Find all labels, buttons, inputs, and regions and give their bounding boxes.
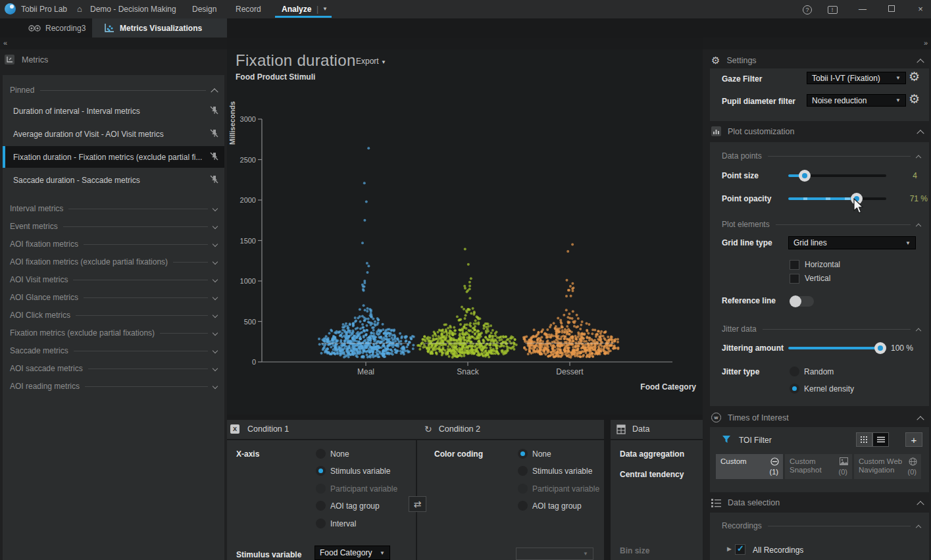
point-size-slider-handle[interactable] bbox=[799, 170, 811, 182]
jitter-data-subheader[interactable]: Jitter data bbox=[722, 324, 920, 334]
tab-recording3[interactable]: Recording3 bbox=[0, 18, 92, 38]
radio-random[interactable]: Random bbox=[790, 367, 834, 376]
pupil-filter-gear-icon[interactable]: ⚙ bbox=[909, 91, 920, 107]
condition1-header: X Condition 1 bbox=[230, 420, 415, 438]
pinned-section-header[interactable]: Pinned bbox=[10, 86, 217, 95]
stimulus-variable-dropdown[interactable]: Food Category▼ bbox=[315, 546, 390, 560]
section-aoi-glance-metrics[interactable]: AOI Glance metrics bbox=[10, 293, 217, 302]
times-of-interest-header[interactable]: w Times of Interest bbox=[711, 413, 923, 422]
reference-line-toggle[interactable] bbox=[790, 296, 814, 307]
radio-aoi-tag-group[interactable]: AOI tag group bbox=[518, 501, 582, 511]
data-selection-header[interactable]: Data selection bbox=[711, 498, 923, 507]
tab-metrics-visualizations[interactable]: Metrics Visualizations bbox=[92, 18, 227, 38]
chevron-up-icon bbox=[211, 88, 218, 95]
svg-text:2500: 2500 bbox=[240, 156, 256, 164]
section-aoi-fixation-metrics-excl[interactable]: AOI fixation metrics (exclude partial fi… bbox=[10, 257, 217, 267]
radio-interval[interactable]: Interval bbox=[316, 519, 356, 528]
data-aggregation-label[interactable]: Data aggregation bbox=[620, 449, 684, 459]
feedback-icon[interactable]: ! bbox=[826, 0, 838, 18]
menu-design[interactable]: Design bbox=[192, 0, 216, 18]
toi-card-custom-web-navigation[interactable]: Custom Web Navigation (0) bbox=[854, 454, 921, 479]
grid-view-button[interactable] bbox=[856, 432, 872, 447]
metric-item[interactable]: Saccade duration - Saccade metrics bbox=[3, 169, 224, 191]
unpin-icon[interactable] bbox=[209, 105, 219, 117]
chevron-up-icon bbox=[916, 328, 921, 334]
radio-aoi-tag-group[interactable]: AOI tag group bbox=[316, 501, 380, 511]
jitter-type-label: Jitter type bbox=[722, 367, 759, 376]
point-size-label: Point size bbox=[722, 171, 759, 180]
jittering-amount-value: 100 % bbox=[868, 344, 913, 353]
metric-item[interactable]: Duration of interval - Interval metrics bbox=[3, 100, 224, 122]
chevron-up-icon bbox=[917, 59, 924, 66]
radio-none[interactable]: None bbox=[518, 449, 551, 459]
swap-conditions-button[interactable]: ⇄ bbox=[409, 496, 426, 512]
settings-header[interactable]: ⚙ Settings bbox=[711, 55, 923, 66]
all-recordings-checkbox[interactable]: ✓ bbox=[735, 544, 745, 555]
section-fixation-metrics-excl[interactable]: Fixation metrics (exclude partial fixati… bbox=[10, 328, 217, 338]
svg-text:Food Category: Food Category bbox=[640, 382, 696, 392]
gaze-filter-gear-icon[interactable]: ⚙ bbox=[909, 69, 920, 84]
collapse-left-icon[interactable]: « bbox=[3, 39, 7, 47]
beeswarm-plot[interactable]: 050010001500200025003000MillisecondsMeal… bbox=[227, 49, 703, 415]
pupil-filter-dropdown[interactable]: Noise reduction▼ bbox=[807, 94, 906, 107]
x-axis-icon: X bbox=[230, 424, 239, 434]
unpin-icon[interactable] bbox=[209, 174, 219, 186]
plot-customization-header[interactable]: Plot customization bbox=[711, 126, 923, 136]
gear-icon: ⚙ bbox=[711, 55, 720, 66]
add-toi-button[interactable]: + bbox=[905, 432, 922, 447]
section-aoi-reading-metrics[interactable]: AOI reading metrics bbox=[10, 382, 217, 391]
help-icon[interactable]: ? bbox=[801, 0, 813, 18]
project-name[interactable]: Demo - Decision Making bbox=[90, 0, 176, 18]
close-button[interactable]: × bbox=[915, 0, 926, 18]
list-view-button[interactable] bbox=[872, 432, 889, 447]
vertical-checkbox[interactable] bbox=[790, 274, 799, 284]
toi-card-custom-snapshot[interactable]: Custom Snapshot (0) bbox=[785, 454, 852, 479]
section-aoi-fixation-metrics[interactable]: AOI fixation metrics bbox=[10, 240, 217, 249]
data-header: Data bbox=[616, 420, 699, 438]
collapse-right-icon[interactable]: » bbox=[924, 39, 928, 47]
toi-card-custom[interactable]: Custom (1) bbox=[716, 454, 783, 479]
home-icon[interactable]: ⌂ bbox=[77, 0, 82, 18]
maximize-button[interactable] bbox=[886, 0, 897, 18]
vertical-label: Vertical bbox=[805, 274, 830, 283]
radio-stimulus-variable[interactable]: Stimulus variable bbox=[518, 466, 592, 476]
chevron-down-icon bbox=[213, 242, 218, 247]
toi-icon: w bbox=[711, 413, 721, 422]
color-coding-icon: ↻ bbox=[424, 424, 432, 434]
metric-item-selected[interactable]: Fixation duration - Fixation metrics (ex… bbox=[3, 146, 224, 168]
recordings-subheader[interactable]: Recordings bbox=[722, 521, 920, 530]
section-saccade-metrics[interactable]: Saccade metrics bbox=[10, 346, 217, 355]
chevron-up-icon bbox=[916, 224, 921, 229]
metrics-header[interactable]: Metrics bbox=[5, 55, 222, 64]
reference-line-label: Reference line bbox=[722, 296, 776, 305]
unpin-icon[interactable] bbox=[209, 128, 219, 140]
plot-customization-panel: Data points Point size 4 Point opacity 7… bbox=[710, 142, 929, 406]
section-aoi-click-metrics[interactable]: AOI Click metrics bbox=[10, 311, 217, 320]
section-aoi-visit-metrics[interactable]: AOI Visit metrics bbox=[10, 275, 217, 284]
gaze-filter-dropdown[interactable]: Tobii I-VT (Fixation)▼ bbox=[807, 72, 906, 84]
bar-chart-icon bbox=[711, 126, 721, 136]
data-points-subheader[interactable]: Data points bbox=[722, 151, 920, 161]
minimize-button[interactable]: — bbox=[857, 0, 868, 18]
central-tendency-label[interactable]: Central tendency bbox=[620, 470, 684, 479]
chevron-up-icon bbox=[916, 155, 921, 161]
menu-record[interactable]: Record bbox=[236, 0, 261, 18]
section-interval-metrics[interactable]: Interval metrics bbox=[10, 204, 217, 213]
point-opacity-value: 71 % bbox=[868, 194, 928, 203]
chart-panel: Fixation duration Export ▼ Food Product … bbox=[227, 49, 703, 415]
radio-kernel-density[interactable]: Kernel density bbox=[790, 384, 854, 394]
metric-item[interactable]: Average duration of Visit - AOI Visit me… bbox=[3, 123, 224, 145]
radio-stimulus-variable[interactable]: Stimulus variable bbox=[316, 466, 390, 476]
section-event-metrics[interactable]: Event metrics bbox=[10, 222, 217, 231]
radio-none[interactable]: None bbox=[316, 449, 349, 459]
unpin-icon[interactable] bbox=[209, 151, 219, 163]
horizontal-checkbox[interactable] bbox=[790, 260, 799, 270]
expand-arrow-icon[interactable]: ▶ bbox=[727, 546, 732, 552]
conditions-panel: X Condition 1 ↻ Condition 2 X-axis None … bbox=[227, 420, 604, 560]
grid-line-type-dropdown[interactable]: Grid lines▼ bbox=[788, 236, 916, 249]
chevron-down-icon bbox=[213, 366, 218, 371]
section-aoi-saccade-metrics[interactable]: AOI saccade metrics bbox=[10, 364, 217, 373]
horizontal-label: Horizontal bbox=[805, 260, 840, 269]
plot-elements-subheader[interactable]: Plot elements bbox=[722, 220, 920, 229]
data-selection-icon bbox=[711, 498, 721, 507]
